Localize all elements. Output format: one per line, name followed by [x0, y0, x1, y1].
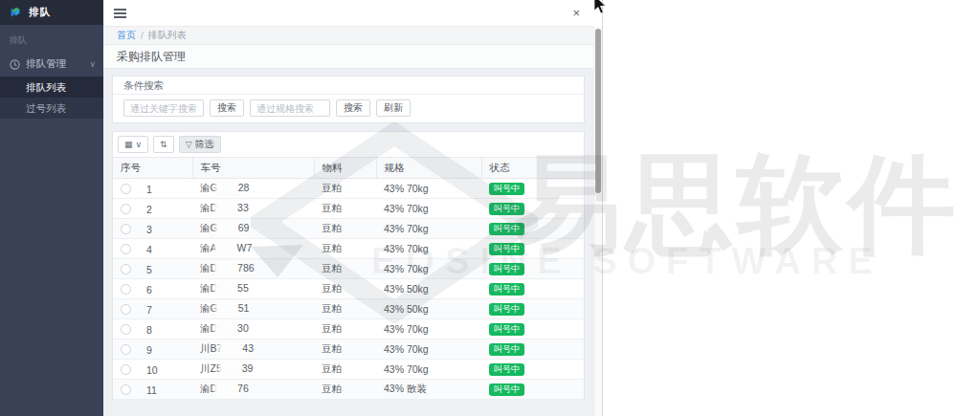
- vehicle-plate: 渝D30: [192, 319, 314, 339]
- topbar: ×: [103, 0, 593, 27]
- table-row: 1 渝G28 豆粕 43% 70kg 叫号中: [113, 179, 584, 199]
- vehicle-plate: 渝D76: [192, 380, 314, 400]
- sidebar-item-queue-management[interactable]: 排队管理 ∨: [0, 52, 103, 77]
- plate-redaction: [217, 244, 237, 254]
- table-row: 9 川B743 豆粕 43% 70kg 叫号中: [113, 339, 584, 360]
- plate-redaction: [217, 264, 237, 274]
- status-badge: 叫号中: [489, 363, 524, 376]
- material-cell: 豆粕: [314, 179, 376, 199]
- vehicle-plate: 川B743: [192, 339, 314, 360]
- table-row: 4 渝AW7 豆粕 43% 70kg 叫号中: [113, 239, 584, 259]
- app-logo-icon: [9, 6, 22, 19]
- status-badge: 叫号中: [489, 323, 524, 336]
- table-row: 11 渝D76 豆粕 43% 散装 叫号中: [113, 380, 584, 400]
- status-badge: 叫号中: [489, 243, 524, 255]
- main-panel: × 首页 / 排队列表 采购排队管理 条件搜索 搜索 搜索 刷新 ▦ ∨: [103, 0, 603, 416]
- spec-search-input[interactable]: [250, 99, 330, 117]
- table-row: 3 渝G69 豆粕 43% 70kg 叫号中: [113, 219, 584, 239]
- queue-table-card: ▦ ∨ ⇅ ▽ 筛选 序号 车号 物料 规格: [112, 131, 585, 400]
- sort-icon: ⇅: [160, 140, 167, 149]
- columns-button[interactable]: ▦ ∨: [118, 136, 148, 153]
- queue-table: 序号 车号 物料 规格 状态 1 渝G28 豆粕 43% 70kg 叫号中 2: [113, 157, 584, 400]
- vehicle-plate: 渝G51: [192, 299, 314, 319]
- page-title: 采购排队管理: [103, 45, 593, 69]
- column-header-status: 状态: [481, 158, 584, 179]
- spec-search-button[interactable]: 搜索: [336, 99, 370, 117]
- spec-cell: 43% 70kg: [376, 259, 481, 279]
- material-cell: 豆粕: [314, 279, 376, 299]
- row-number: 7: [146, 304, 152, 316]
- status-badge: 叫号中: [489, 283, 524, 296]
- spec-cell: 43% 散装: [376, 380, 481, 400]
- spec-cell: 43% 70kg: [376, 179, 481, 199]
- row-radio[interactable]: [121, 224, 131, 234]
- content-area: 条件搜索 搜索 搜索 刷新 ▦ ∨ ⇅ ▽ 筛选: [103, 69, 593, 416]
- breadcrumb-home-link[interactable]: 首页: [117, 29, 136, 42]
- keyword-search-input[interactable]: [123, 99, 204, 117]
- chevron-down-icon: ∨: [89, 59, 96, 69]
- hamburger-icon[interactable]: [114, 9, 126, 18]
- sort-button[interactable]: ⇅: [153, 136, 174, 153]
- plate-redaction: [217, 324, 237, 335]
- row-radio[interactable]: [121, 244, 131, 254]
- row-radio[interactable]: [121, 284, 131, 295]
- sidebar-submenu: 排队列表 过号列表: [0, 77, 103, 119]
- status-badge: 叫号中: [489, 203, 524, 215]
- plate-redaction: [217, 384, 237, 395]
- spec-cell: 43% 70kg: [376, 319, 481, 339]
- status-badge: 叫号中: [489, 263, 524, 275]
- plate-redaction: [222, 344, 242, 355]
- breadcrumb-separator: /: [141, 31, 144, 41]
- material-cell: 豆粕: [314, 239, 376, 259]
- column-header-spec: 规格: [376, 158, 481, 179]
- row-radio[interactable]: [121, 364, 131, 375]
- row-radio[interactable]: [121, 264, 131, 274]
- keyword-search-button[interactable]: 搜索: [210, 99, 244, 117]
- filter-icon: ▽: [186, 140, 192, 149]
- sidebar: 排队 排队 排队管理 ∨ 排队列表 过号列表: [0, 0, 103, 416]
- plate-redaction: [218, 304, 238, 315]
- app-logo: 排队: [0, 0, 103, 25]
- status-badge: 叫号中: [489, 303, 524, 316]
- scrollbar-thumb[interactable]: [595, 29, 601, 193]
- table-toolbar: ▦ ∨ ⇅ ▽ 筛选: [113, 132, 584, 157]
- material-cell: 豆粕: [314, 259, 376, 279]
- vehicle-plate: 渝D55: [192, 279, 314, 299]
- row-number: 1: [146, 184, 152, 195]
- row-radio[interactable]: [121, 184, 131, 194]
- material-cell: 豆粕: [314, 299, 376, 319]
- column-header-no: 序号: [113, 158, 192, 179]
- row-number: 3: [146, 224, 152, 235]
- table-header-row: 序号 车号 物料 规格 状态: [113, 158, 584, 179]
- sidebar-item-missed-list[interactable]: 过号列表: [0, 98, 103, 119]
- vertical-scrollbar: [593, 27, 602, 416]
- row-radio[interactable]: [121, 324, 131, 335]
- plate-redaction: [218, 184, 238, 194]
- spec-cell: 43% 70kg: [376, 239, 481, 259]
- vehicle-plate: 渝G69: [192, 219, 314, 239]
- breadcrumb: 首页 / 排队列表: [103, 27, 593, 45]
- row-radio[interactable]: [121, 304, 131, 315]
- app-title: 排队: [29, 6, 51, 19]
- breadcrumb-current: 排队列表: [148, 29, 187, 42]
- row-number: 10: [146, 364, 158, 376]
- spec-cell: 43% 50kg: [376, 299, 481, 319]
- refresh-button[interactable]: 刷新: [376, 99, 411, 117]
- row-radio[interactable]: [121, 204, 131, 214]
- status-badge: 叫号中: [489, 383, 524, 396]
- row-radio[interactable]: [121, 384, 131, 395]
- filter-button-label: 筛选: [195, 138, 214, 151]
- row-radio[interactable]: [121, 344, 131, 355]
- filter-button[interactable]: ▽ 筛选: [179, 136, 221, 153]
- sidebar-item-queue-list[interactable]: 排队列表: [0, 77, 103, 98]
- vehicle-plate: 渝D786: [192, 259, 314, 279]
- plate-redaction: [218, 224, 238, 234]
- chevron-down-icon: ∨: [136, 140, 143, 149]
- vehicle-plate: 渝AW7: [192, 239, 314, 259]
- vehicle-plate: 川Z539: [192, 360, 314, 380]
- row-number: 6: [146, 284, 152, 296]
- grid-icon: ▦: [124, 140, 133, 149]
- queue-management-icon: [10, 59, 20, 70]
- close-icon[interactable]: ×: [572, 7, 580, 20]
- material-cell: 豆粕: [314, 199, 376, 219]
